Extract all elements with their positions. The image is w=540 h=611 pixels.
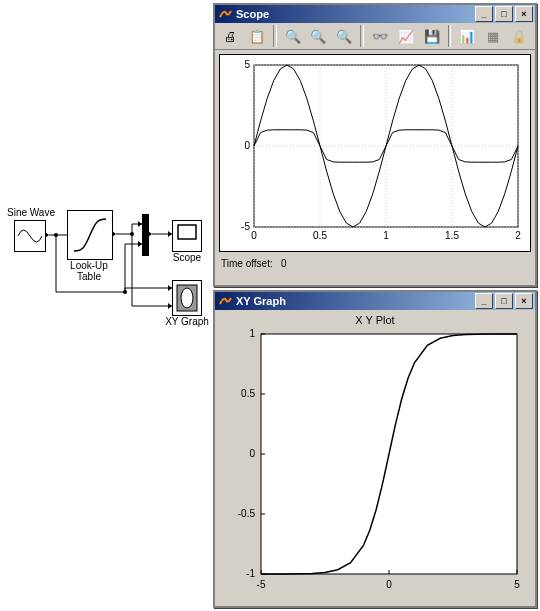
close-button[interactable]: × — [515, 6, 533, 22]
params-icon[interactable]: 📋 — [245, 24, 269, 48]
minimize-button[interactable]: _ — [475, 293, 493, 309]
svg-text:0.5: 0.5 — [241, 388, 255, 399]
svg-text:0: 0 — [386, 579, 392, 590]
save-settings-icon[interactable]: 💾 — [420, 24, 444, 48]
scope-block-label: Scope — [168, 252, 206, 263]
scope-status: Time offset: 0 — [215, 256, 535, 271]
svg-text:0.5: 0.5 — [313, 230, 327, 241]
xy-plot-title: X Y Plot — [217, 312, 533, 326]
sine-wave-label: Sine Wave — [3, 207, 59, 218]
svg-text:-0.5: -0.5 — [238, 508, 256, 519]
zoom-x-icon[interactable]: 🔍 — [306, 24, 330, 48]
sine-wave-block[interactable] — [14, 220, 46, 252]
close-button[interactable]: × — [515, 293, 533, 309]
lock-icon[interactable]: 🔒 — [507, 24, 531, 48]
svg-text:2: 2 — [515, 230, 521, 241]
xygraph-block[interactable] — [172, 280, 202, 316]
matlab-icon — [217, 6, 233, 22]
svg-text:1: 1 — [383, 230, 389, 241]
time-offset-label: Time offset: — [221, 258, 273, 269]
scope-plot-area[interactable]: 00.511.52-505 — [219, 54, 531, 252]
xygraph-titlebar[interactable]: XY Graph _ □ × — [215, 292, 535, 310]
lookup-table-label: Look-Up Table — [60, 260, 118, 282]
time-offset-value: 0 — [281, 258, 287, 269]
xygraph-chart: -505-1-0.500.51 — [217, 326, 531, 598]
svg-point-11 — [130, 232, 134, 236]
restore-icon[interactable]: 📊 — [455, 24, 479, 48]
scope-toolbar: 🖨 📋 🔍 🔍 🔍 👓 📈 💾 📊 ▦ 🔒 — [215, 23, 535, 50]
svg-text:0: 0 — [244, 140, 250, 151]
float-icon[interactable]: ▦ — [481, 24, 505, 48]
svg-text:1.5: 1.5 — [445, 230, 459, 241]
scope-window: Scope _ □ × 🖨 📋 🔍 🔍 🔍 👓 📈 💾 📊 ▦ 🔒 00.511… — [213, 3, 537, 287]
scope-chart: 00.511.52-505 — [220, 55, 530, 249]
xygraph-title: XY Graph — [236, 295, 473, 307]
print-icon[interactable]: 🖨 — [219, 24, 243, 48]
xygraph-window: XY Graph _ □ × X Y Plot -505-1-0.500.51 — [213, 290, 537, 608]
svg-text:-5: -5 — [257, 579, 266, 590]
autoscale-icon[interactable]: 📈 — [394, 24, 418, 48]
svg-text:1: 1 — [249, 328, 255, 339]
svg-point-4 — [181, 288, 193, 308]
xygraph-block-label: XY Graph — [160, 316, 214, 327]
svg-rect-1 — [178, 225, 196, 239]
svg-text:0: 0 — [249, 448, 255, 459]
scope-titlebar[interactable]: Scope _ □ × — [215, 5, 535, 23]
simulink-diagram: Sine Wave Look-Up Table Scope XY Graph — [0, 200, 210, 400]
maximize-button[interactable]: □ — [495, 293, 513, 309]
matlab-icon — [217, 293, 233, 309]
svg-text:5: 5 — [514, 579, 520, 590]
minimize-button[interactable]: _ — [475, 6, 493, 22]
svg-point-6 — [54, 233, 58, 237]
svg-text:-5: -5 — [241, 221, 250, 232]
lookup-table-block[interactable] — [67, 210, 113, 260]
scope-block[interactable] — [172, 220, 202, 252]
svg-text:5: 5 — [244, 59, 250, 70]
zoom-y-icon[interactable]: 🔍 — [332, 24, 356, 48]
svg-point-9 — [123, 290, 127, 294]
scope-title: Scope — [236, 8, 473, 20]
binoculars-icon[interactable]: 👓 — [368, 24, 392, 48]
xygraph-plot-area[interactable]: X Y Plot -505-1-0.500.51 — [217, 312, 533, 602]
maximize-button[interactable]: □ — [495, 6, 513, 22]
zoom-in-icon[interactable]: 🔍 — [281, 24, 305, 48]
svg-text:0: 0 — [251, 230, 257, 241]
svg-text:-1: -1 — [246, 568, 255, 579]
